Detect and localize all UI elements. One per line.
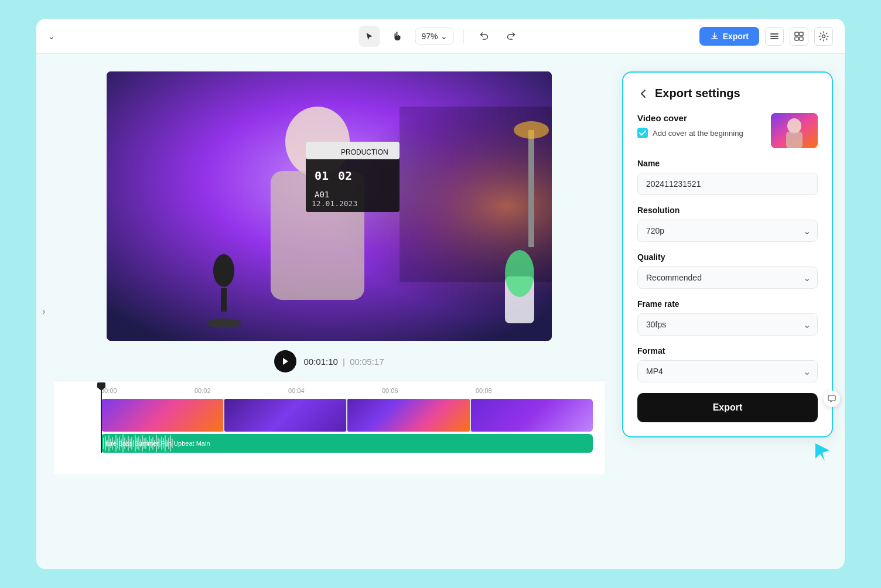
- timeline-content: ture Bass Summer Fun Upbeat Main: [66, 399, 593, 453]
- svg-rect-1: [770, 36, 778, 37]
- svg-rect-4: [800, 32, 803, 36]
- svg-rect-2: [770, 38, 778, 39]
- quality-label: Quality: [637, 252, 818, 262]
- resolution-select[interactable]: 720p 360p 480p 1080p 4K: [637, 220, 818, 242]
- tick-0: 00:00: [101, 387, 194, 394]
- format-select-wrapper: MP4 MOV AVI GIF ⌄: [637, 360, 818, 382]
- video-cover-section: Video cover Add cover at the beginning: [637, 113, 818, 148]
- playhead[interactable]: [101, 382, 102, 453]
- frame-rate-field-group: Frame rate 30fps 24fps 60fps ⌄: [637, 299, 818, 336]
- track-thumb-3: [347, 399, 470, 432]
- video-preview: PRODUCTION 01 02 A01 12.01.2023: [107, 71, 552, 341]
- format-label: Format: [637, 346, 818, 355]
- toolbar-left: ⌄: [48, 32, 55, 41]
- add-cover-label: Add cover at the beginning: [653, 129, 743, 138]
- cover-checkbox-row: Add cover at the beginning: [637, 128, 764, 138]
- current-time: 00:01:10 | 00:05:17: [303, 357, 384, 367]
- play-button[interactable]: [274, 350, 296, 372]
- track-thumb-2: [224, 399, 347, 432]
- tick-4: 00:04: [288, 387, 382, 394]
- quality-select[interactable]: Recommended Low Medium High: [637, 266, 818, 289]
- svg-rect-6: [800, 37, 803, 40]
- svg-text:01: 01: [315, 169, 329, 183]
- svg-text:12.01.2023: 12.01.2023: [312, 199, 357, 208]
- toolbar-divider: [463, 29, 464, 43]
- frame-rate-select-wrapper: 30fps 24fps 60fps ⌄: [637, 313, 818, 336]
- panel-header: Export settings: [637, 87, 818, 100]
- zoom-chevron-icon: ⌄: [440, 32, 448, 41]
- name-field-group: Name: [637, 159, 818, 195]
- redo-button[interactable]: [501, 26, 523, 47]
- svg-point-7: [822, 35, 825, 37]
- name-label: Name: [637, 159, 818, 168]
- settings-icon-button[interactable]: [814, 27, 833, 46]
- track-thumb-4: [471, 399, 593, 432]
- toolbar-center: 97% ⌄: [358, 26, 522, 47]
- add-cover-checkbox[interactable]: [637, 128, 648, 138]
- resolution-label: Resolution: [637, 206, 818, 215]
- hand-tool-button[interactable]: [387, 26, 408, 47]
- video-track: [101, 399, 593, 432]
- timeline-area: 00:00 00:02 00:04 00:06 00:08: [54, 381, 605, 474]
- audio-track-label: ture Bass Summer Fun Upbeat Main: [105, 440, 210, 447]
- format-field-group: Format MP4 MOV AVI GIF ⌄: [637, 346, 818, 382]
- select-tool-button[interactable]: [358, 26, 380, 47]
- panel-title: Export settings: [655, 87, 740, 100]
- toolbar: ⌄ 97% ⌄: [36, 19, 845, 54]
- svg-rect-25: [528, 130, 534, 247]
- export-button[interactable]: Export: [699, 27, 759, 46]
- track-thumb-1: [101, 399, 223, 432]
- zoom-level: 97%: [421, 32, 438, 41]
- cover-thumbnail[interactable]: [771, 113, 818, 148]
- svg-point-26: [514, 121, 549, 139]
- format-select[interactable]: MP4 MOV AVI GIF: [637, 360, 818, 382]
- audio-track: ture Bass Summer Fun Upbeat Main: [101, 434, 593, 453]
- export-action-button[interactable]: Export: [637, 393, 818, 422]
- timeline-ruler: 00:00 00:02 00:04 00:06 00:08: [66, 387, 593, 394]
- tick-2: 00:02: [194, 387, 288, 394]
- export-button-label: Export: [723, 32, 749, 41]
- name-input[interactable]: [637, 173, 818, 195]
- app-container: ⌄ 97% ⌄: [36, 19, 845, 569]
- video-area: PRODUCTION 01 02 A01 12.01.2023: [36, 54, 622, 569]
- svg-text:02: 02: [338, 169, 352, 183]
- svg-text:PRODUCTION: PRODUCTION: [341, 148, 388, 156]
- zoom-selector[interactable]: 97% ⌄: [415, 28, 453, 45]
- svg-rect-29: [786, 132, 803, 148]
- layout-icon-button[interactable]: [790, 27, 808, 46]
- undo-button[interactable]: [473, 26, 494, 47]
- resolution-field-group: Resolution 720p 360p 480p 1080p 4K ⌄: [637, 206, 818, 242]
- main-content: ›: [36, 54, 845, 569]
- svg-point-22: [206, 319, 241, 328]
- export-settings-panel: Export settings Video cover Add cover at…: [622, 71, 833, 437]
- video-frame: PRODUCTION 01 02 A01 12.01.2023: [107, 71, 552, 341]
- back-button[interactable]: [637, 88, 649, 100]
- chevron-down-icon[interactable]: ⌄: [48, 32, 55, 41]
- svg-point-24: [505, 250, 534, 297]
- svg-point-28: [787, 118, 801, 134]
- stack-icon-button[interactable]: [765, 27, 784, 46]
- quality-select-wrapper: Recommended Low Medium High ⌄: [637, 266, 818, 289]
- svg-rect-3: [795, 32, 798, 36]
- frame-rate-select[interactable]: 30fps 24fps 60fps: [637, 313, 818, 336]
- tick-6: 00:06: [382, 387, 476, 394]
- svg-point-20: [213, 254, 234, 287]
- quality-field-group: Quality Recommended Low Medium High ⌄: [637, 252, 818, 289]
- toolbar-right: Export: [699, 27, 833, 46]
- svg-rect-0: [770, 33, 778, 35]
- resolution-select-wrapper: 720p 360p 480p 1080p 4K ⌄: [637, 220, 818, 242]
- frame-rate-label: Frame rate: [637, 299, 818, 309]
- comment-icon[interactable]: [824, 391, 840, 407]
- playback-controls: 00:01:10 | 00:05:17: [274, 350, 384, 372]
- svg-rect-21: [221, 288, 227, 312]
- svg-text:A01: A01: [315, 190, 329, 199]
- svg-rect-30: [828, 395, 835, 401]
- cover-info: Video cover Add cover at the beginning: [637, 113, 764, 138]
- svg-rect-5: [795, 37, 798, 40]
- tick-8: 00:08: [476, 387, 569, 394]
- video-cover-label: Video cover: [637, 113, 764, 123]
